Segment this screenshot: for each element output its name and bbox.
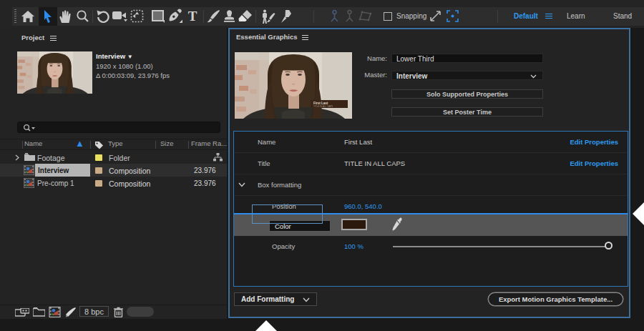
svg-text:TITLE IN ALL CAPS: TITLE IN ALL CAPS bbox=[313, 105, 333, 108]
svg-text:First Last: First Last bbox=[313, 102, 328, 105]
